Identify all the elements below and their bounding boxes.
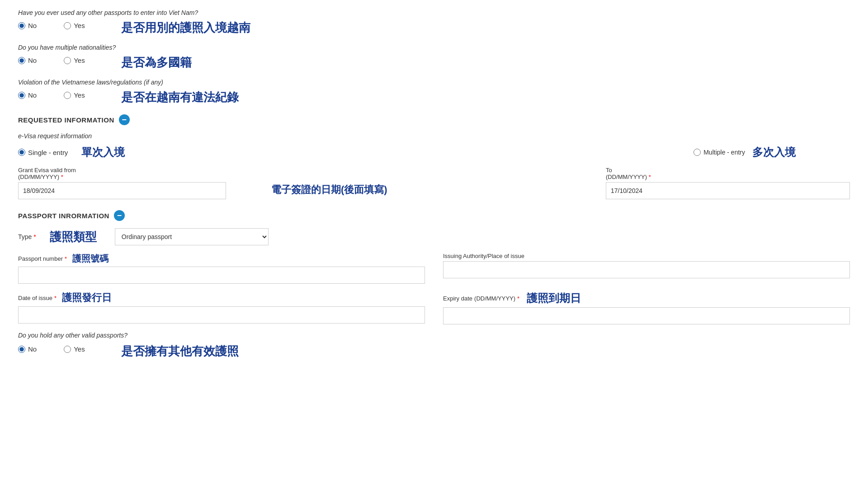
other-passports-no[interactable]: No — [18, 22, 37, 29]
hold-other-passports-chinese: 是否擁有其他有效護照 — [121, 343, 239, 359]
other-passports-no-radio[interactable] — [18, 22, 25, 29]
passport-number-row: Passport number * 護照號碼 Issuing Authority… — [18, 253, 850, 284]
to-date-input[interactable] — [606, 182, 850, 199]
single-entry-option[interactable]: Single - entry — [18, 149, 68, 156]
date-of-issue-field: Date of issue * 護照發行日 — [18, 291, 425, 324]
multiple-nationalities-section: Do you have multiple nationalities? No Y… — [18, 44, 850, 70]
violation-chinese: 是否在越南有違法紀錄 — [121, 89, 239, 105]
date-of-issue-input[interactable] — [18, 306, 425, 324]
entry-type-row: Single - entry 單次入境 Multiple - entry 多次入… — [18, 145, 850, 160]
date-of-issue-label: Date of issue * 護照發行日 — [18, 291, 425, 305]
passport-info-collapse-btn[interactable]: − — [114, 210, 125, 221]
violation-question: Violation of the Vietnamese laws/regulat… — [18, 79, 850, 86]
single-entry-label: Single - entry — [28, 149, 68, 156]
to-date-field: To (DD/MM/YYYY) * — [606, 167, 850, 199]
hold-other-passports-radio-group: No Yes — [18, 345, 85, 353]
grant-evisa-label: Grant Evisa valid from (DD/MM/YYYY) * — [18, 167, 226, 180]
passport-type-select[interactable]: Ordinary passport Diplomatic passport Of… — [115, 228, 269, 245]
expiry-date-input[interactable] — [443, 307, 850, 324]
hold-other-no-label: No — [28, 345, 37, 353]
violation-no-radio[interactable] — [18, 92, 25, 99]
other-passports-yes[interactable]: Yes — [64, 22, 85, 29]
issuing-authority-label: Issuing Authority/Place of issue — [443, 253, 850, 259]
multiple-nationalities-no[interactable]: No — [18, 56, 37, 64]
issuing-authority-input[interactable] — [443, 261, 850, 278]
other-passports-no-label: No — [28, 22, 37, 29]
hold-other-yes-label: Yes — [74, 345, 85, 353]
multiple-entry-label: Multiple - entry — [703, 149, 745, 156]
other-passports-yes-label: Yes — [74, 22, 85, 29]
grant-evisa-field: Grant Evisa valid from (DD/MM/YYYY) * — [18, 167, 226, 199]
violation-no[interactable]: No — [18, 91, 37, 99]
violation-yes-label: Yes — [74, 91, 85, 99]
hold-other-yes-radio[interactable] — [64, 346, 71, 353]
hold-other-no-radio[interactable] — [18, 346, 25, 353]
other-passports-radio-group: No Yes — [18, 22, 85, 29]
hold-other-no[interactable]: No — [18, 345, 37, 353]
expiry-date-field: Expiry date (DD/MM/YYYY) * 護照到期日 — [443, 291, 850, 324]
violation-section: Violation of the Vietnamese laws/regulat… — [18, 79, 850, 105]
hold-other-passports-section: Do you hold any other valid passports? N… — [18, 332, 850, 359]
passport-type-label: Type * — [18, 233, 36, 240]
multiple-nationalities-chinese: 是否為多國籍 — [121, 55, 192, 70]
multiple-nationalities-no-label: No — [28, 56, 37, 64]
multiple-nationalities-yes[interactable]: Yes — [64, 56, 85, 64]
multiple-entry-radio[interactable] — [693, 149, 701, 156]
requested-info-collapse-btn[interactable]: − — [119, 114, 130, 125]
other-passports-chinese: 是否用別的護照入境越南 — [121, 20, 250, 36]
date-annotation-chinese: 電子簽證的日期(後面填寫) — [271, 184, 387, 195]
passport-number-annotation: 護照號碼 — [72, 253, 108, 265]
passport-info-header: PASSPORT INRORMATION − — [18, 210, 850, 221]
other-passports-section: Have you ever used any other passports t… — [18, 9, 850, 36]
passport-type-row: Type * 護照類型 Ordinary passport Diplomatic… — [18, 228, 850, 245]
single-entry-chinese: 單次入境 — [81, 145, 125, 160]
issuing-authority-field: Issuing Authority/Place of issue — [443, 253, 850, 278]
multiple-nationalities-yes-label: Yes — [74, 56, 85, 64]
hold-other-passports-question: Do you hold any other valid passports? — [18, 332, 850, 339]
multiple-nationalities-yes-radio[interactable] — [64, 57, 71, 64]
violation-no-label: No — [28, 91, 37, 99]
multiple-entry-chinese: 多次入境 — [752, 145, 796, 160]
type-annotation-chinese: 護照類型 — [50, 229, 97, 245]
multiple-entry-option[interactable]: Multiple - entry 多次入境 — [693, 145, 850, 160]
other-passports-question: Have you ever used any other passports t… — [18, 9, 850, 16]
passport-number-input[interactable] — [18, 267, 425, 284]
hold-other-yes[interactable]: Yes — [64, 345, 85, 353]
multiple-nationalities-question: Do you have multiple nationalities? — [18, 44, 850, 51]
requested-info-header: REQUESTED INFORMATION − — [18, 114, 850, 125]
multiple-nationalities-no-radio[interactable] — [18, 57, 25, 64]
passport-dates-row: Date of issue * 護照發行日 Expiry date (DD/MM… — [18, 291, 850, 324]
date-of-issue-annotation: 護照發行日 — [62, 291, 112, 305]
violation-radio-group: No Yes — [18, 91, 85, 99]
single-entry-radio[interactable] — [18, 149, 25, 156]
other-passports-yes-radio[interactable] — [64, 22, 71, 29]
expiry-date-annotation: 護照到期日 — [527, 291, 581, 305]
passport-number-field: Passport number * 護照號碼 — [18, 253, 425, 284]
grant-evisa-input[interactable] — [18, 182, 226, 199]
multiple-nationalities-radio-group: No Yes — [18, 56, 85, 64]
violation-yes-radio[interactable] — [64, 92, 71, 99]
requested-info-title: REQUESTED INFORMATION — [18, 116, 114, 124]
violation-yes[interactable]: Yes — [64, 91, 85, 99]
to-date-label: To (DD/MM/YYYY) * — [606, 167, 850, 180]
passport-info-title: PASSPORT INRORMATION — [18, 212, 109, 220]
expiry-date-label: Expiry date (DD/MM/YYYY) * 護照到期日 — [443, 291, 850, 305]
passport-number-label: Passport number * 護照號碼 — [18, 253, 425, 265]
evisa-subtitle: e-Visa request information — [18, 132, 850, 140]
